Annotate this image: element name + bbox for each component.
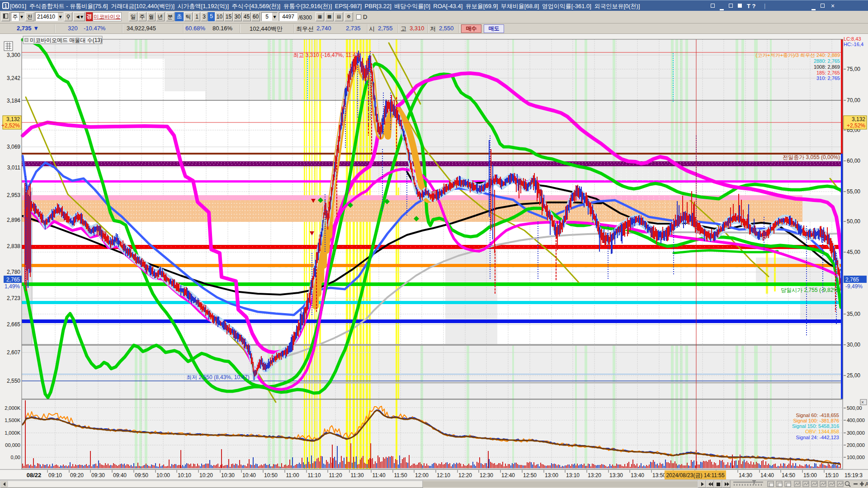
- svg-text:10:30: 10:30: [221, 472, 235, 479]
- svg-text:1008: 2,869: 1008: 2,869: [814, 64, 840, 70]
- svg-text:HC:-16,4: HC:-16,4: [844, 42, 863, 47]
- svg-text:11:40: 11:40: [372, 472, 385, 479]
- svg-text:Signal 24: -442,123: Signal 24: -442,123: [796, 435, 839, 440]
- svg-text:2,780: 2,780: [7, 269, 20, 275]
- svg-text:13:00: 13:00: [545, 472, 558, 479]
- svg-text:15:19:3: 15:19:3: [844, 472, 863, 479]
- svg-text:2,765: 2,765: [845, 277, 859, 283]
- svg-text:10:50: 10:50: [264, 472, 278, 479]
- svg-text:3,132: 3,132: [6, 116, 20, 122]
- svg-text:13:40: 13:40: [631, 472, 644, 479]
- svg-text:12:40: 12:40: [501, 472, 515, 479]
- svg-text:09:10: 09:10: [48, 472, 62, 479]
- svg-text:14:30: 14:30: [739, 472, 752, 479]
- svg-text:185: 2,765: 185: 2,765: [816, 70, 840, 75]
- svg-text:15:10: 15:10: [825, 472, 839, 479]
- svg-text:1,49%: 1,49%: [5, 283, 20, 290]
- svg-text:2,607: 2,607: [7, 349, 20, 356]
- svg-text:10:40: 10:40: [242, 472, 256, 479]
- svg-text:11:20: 11:20: [329, 472, 342, 479]
- svg-text:3,011: 3,011: [7, 164, 20, 171]
- svg-text:35,00: 35,00: [847, 311, 860, 317]
- svg-text:당일시가 2,755 (-9,82%): 당일시가 2,755 (-9,82%): [781, 287, 840, 293]
- svg-text:3,300: 3,300: [7, 52, 20, 58]
- svg-text:×: ×: [861, 400, 864, 405]
- svg-text:OBV: 1344,858: OBV: 1344,858: [805, 429, 839, 434]
- svg-text:2024/08/23(금) 14:11:55: 2024/08/23(금) 14:11:55: [666, 472, 725, 479]
- svg-text:LC:8,43: LC:8,43: [844, 36, 861, 42]
- svg-text:60,00: 60,00: [847, 158, 860, 164]
- svg-text:2,665: 2,665: [7, 321, 20, 328]
- svg-text:2,953: 2,953: [7, 192, 20, 198]
- svg-text:500,00: 500,00: [847, 405, 862, 411]
- svg-text:최저 2,550 (8,43%, 10:47): 최저 2,550 (8,43%, 10:47): [186, 374, 249, 380]
- svg-text:2,896: 2,896: [7, 217, 20, 223]
- svg-text:09:50: 09:50: [135, 472, 148, 479]
- svg-text:최고 3,310 (-16,47%, 11:41): 최고 3,310 (-16,47%, 11:41): [293, 52, 360, 58]
- svg-text:200,000: 200,000: [847, 442, 865, 448]
- svg-text:3,242: 3,242: [7, 75, 20, 81]
- svg-text:55,00: 55,00: [847, 188, 860, 195]
- svg-text:3,132: 3,132: [852, 116, 865, 122]
- svg-text:2,723: 2,723: [7, 295, 20, 301]
- svg-text:12:00: 12:00: [415, 472, 429, 479]
- svg-text:14:40: 14:40: [760, 472, 774, 479]
- svg-text:11:50: 11:50: [394, 472, 407, 479]
- svg-text:70,00: 70,00: [847, 97, 860, 103]
- svg-text:45,00: 45,00: [847, 249, 860, 255]
- svg-text:30,00: 30,00: [847, 342, 860, 348]
- svg-text:Signal 100: -381,876: Signal 100: -381,876: [793, 418, 839, 423]
- svg-text:12:30: 12:30: [480, 472, 493, 479]
- svg-text:400,000: 400,000: [847, 418, 865, 423]
- svg-text:1,000K: 1,000K: [5, 430, 21, 436]
- svg-text:25,00: 25,00: [847, 372, 860, 379]
- svg-text:10:00: 10:00: [156, 472, 170, 479]
- svg-text:11:30: 11:30: [350, 472, 363, 479]
- svg-text:-9,49%: -9,49%: [845, 283, 863, 290]
- svg-text:(고가+저가+종가)/3 최우선 240: 2,889: (고가+저가+종가)/3 최우선 240: 2,889: [756, 52, 840, 58]
- svg-text:+2,52%: +2,52%: [1, 122, 20, 129]
- svg-text:13:20: 13:20: [588, 472, 601, 479]
- svg-text:전일종가 3,055 (0,00%): 전일종가 3,055 (0,00%): [783, 154, 840, 160]
- svg-text:00,000: 00,000: [5, 442, 20, 448]
- svg-text:A: A: [865, 481, 868, 488]
- svg-text:+2,52%: +2,52%: [847, 122, 865, 129]
- svg-text:09:40: 09:40: [113, 472, 127, 479]
- svg-text:3,069: 3,069: [7, 144, 20, 150]
- svg-text:13:50: 13:50: [652, 472, 666, 479]
- svg-text:12:20: 12:20: [458, 472, 472, 479]
- svg-text:10:10: 10:10: [178, 472, 191, 479]
- svg-text:300,000: 300,000: [847, 430, 865, 436]
- svg-text:12:50: 12:50: [523, 472, 537, 479]
- svg-text:14:50: 14:50: [782, 472, 795, 479]
- svg-text:2,000K: 2,000K: [5, 405, 21, 411]
- svg-text:2,765: 2,765: [6, 277, 20, 283]
- svg-text:2,838: 2,838: [7, 243, 20, 249]
- svg-text:1,500K: 1,500K: [5, 418, 21, 423]
- svg-text:0,00: 0,00: [11, 455, 20, 460]
- svg-text:11:00: 11:00: [286, 472, 299, 479]
- svg-text:75,00: 75,00: [847, 66, 860, 72]
- svg-text:09:20: 09:20: [70, 472, 84, 479]
- svg-text:310: 2,765: 310: 2,765: [816, 75, 840, 81]
- svg-text:Signal 150: 5458,316: Signal 150: 5458,316: [792, 423, 839, 429]
- svg-text:3,184: 3,184: [7, 98, 20, 104]
- svg-text:2880: 2,765: 2880: 2,765: [814, 58, 840, 64]
- svg-text:10:20: 10:20: [199, 472, 213, 479]
- svg-text:12:10: 12:10: [437, 472, 450, 479]
- svg-text:15:00: 15:00: [803, 472, 817, 479]
- svg-text:50,00: 50,00: [847, 218, 860, 225]
- svg-text:2,550: 2,550: [7, 378, 20, 384]
- svg-text:미코바이오메드 매물대 수(13): 미코바이오메드 매물대 수(13): [30, 37, 102, 43]
- svg-text:100,000: 100,000: [847, 455, 865, 460]
- svg-text:09:30: 09:30: [91, 472, 105, 479]
- svg-text:08/22: 08/22: [27, 472, 42, 479]
- svg-text:Signal 60: -418,655: Signal 60: -418,655: [796, 413, 839, 418]
- svg-text:13:10: 13:10: [566, 472, 580, 479]
- svg-text:11:10: 11:10: [307, 472, 321, 479]
- svg-text:13:30: 13:30: [609, 472, 623, 479]
